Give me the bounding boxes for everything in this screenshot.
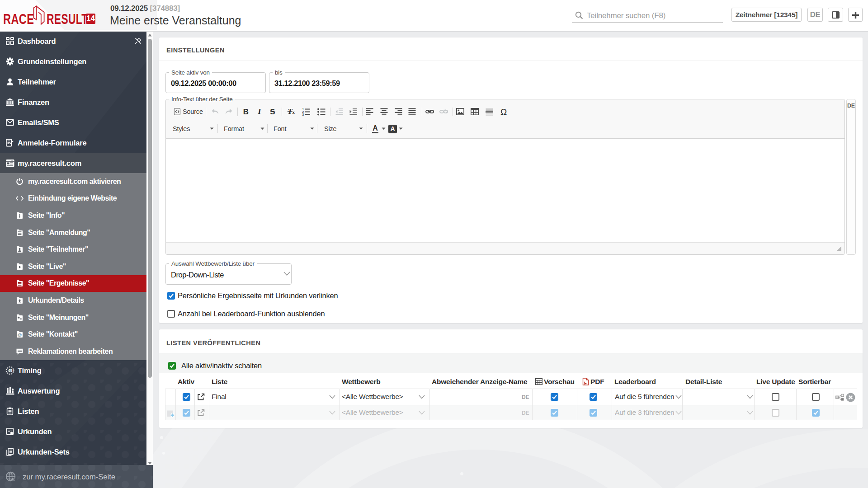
svg-text:45: 45 [8,368,12,373]
svg-text:@: @ [18,332,22,337]
svg-text:3: 3 [302,113,304,116]
